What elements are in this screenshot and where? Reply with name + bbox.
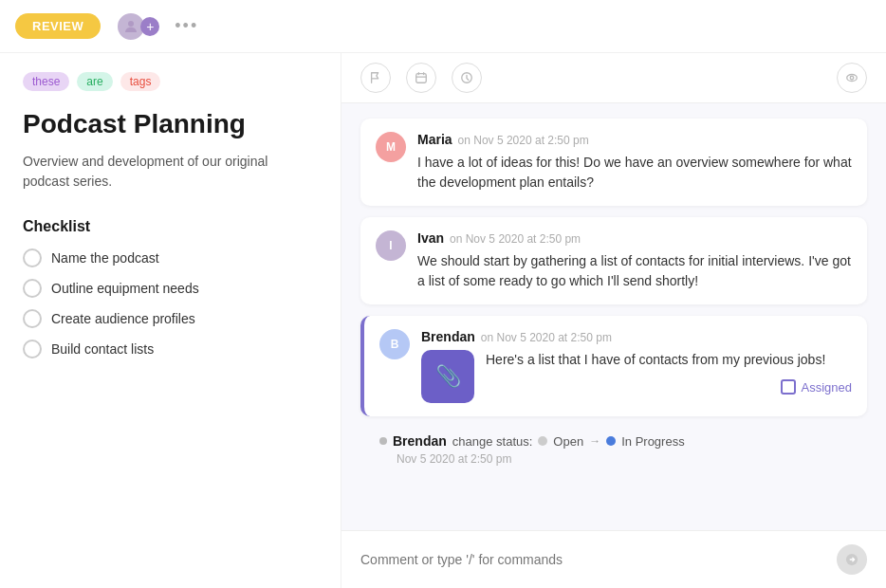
comment-author: Brendan [421, 329, 475, 344]
eye-icon-button[interactable] [837, 63, 867, 93]
main-content: these are tags Podcast Planning Overview… [0, 53, 886, 588]
comment-text: I have a lot of ideas for this! Do we ha… [417, 153, 852, 193]
status-bullet [379, 437, 387, 445]
checklist-label-0: Name the podcast [51, 250, 159, 266]
checklist-checkbox-2[interactable] [23, 309, 42, 328]
svg-point-3 [847, 75, 858, 82]
send-button[interactable] [837, 544, 867, 575]
checklist-item: Build contact lists [23, 340, 318, 358]
svg-point-4 [850, 76, 854, 80]
checklist-title: Checklist [23, 218, 318, 235]
comment-text: Here's a list that I have of contacts fr… [486, 350, 852, 370]
add-user-button[interactable]: + [140, 17, 159, 36]
checklist-item: Create audience profiles [23, 309, 318, 328]
assigned-checkbox[interactable] [781, 379, 796, 395]
checklist-item: Outline equipment needs [23, 279, 318, 298]
topbar: REVIEW + ••• [0, 0, 886, 53]
right-panel: M Maria on Nov 5 2020 at 2:50 pm I have … [341, 53, 886, 588]
arrow-icon: → [589, 434, 600, 448]
comment-body-brendan: Brendan on Nov 5 2020 at 2:50 pm 📎 Here'… [421, 329, 852, 403]
checklist-checkbox-0[interactable] [23, 248, 42, 267]
comment-header: Maria on Nov 5 2020 at 2:50 pm [417, 132, 852, 147]
calendar-icon-button[interactable] [406, 63, 436, 93]
avatar-maria: M [376, 132, 406, 162]
comment-author: Ivan [417, 230, 444, 246]
comment-text: We should start by gathering a list of c… [417, 251, 852, 291]
comment-body-ivan: Ivan on Nov 5 2020 at 2:50 pm We should … [417, 230, 852, 291]
tag-tags[interactable]: tags [120, 72, 161, 91]
avatar-group: + [116, 11, 159, 42]
comment-time: on Nov 5 2020 at 2:50 pm [481, 331, 612, 344]
status-dot-open [538, 436, 547, 446]
checklist-label-1: Outline equipment needs [51, 281, 199, 296]
status-change-row: Brendan change status: Open → In Progres… [379, 433, 867, 449]
status-to: In Progress [621, 434, 684, 449]
left-panel: these are tags Podcast Planning Overview… [0, 53, 341, 588]
flag-icon-button[interactable] [360, 63, 391, 93]
comment-body-maria: Maria on Nov 5 2020 at 2:50 pm I have a … [417, 132, 852, 193]
right-topbar [341, 53, 886, 103]
status-change: Brendan change status: Open → In Progres… [360, 428, 867, 471]
status-dot-inprogress [606, 436, 616, 446]
attachment-box[interactable]: 📎 [421, 350, 474, 403]
page-description: Overview and development of our original… [23, 152, 318, 192]
avatar-ivan: I [376, 230, 406, 261]
clock-icon-button[interactable] [452, 63, 482, 93]
svg-rect-1 [416, 74, 427, 83]
comment-ivan: I Ivan on Nov 5 2020 at 2:50 pm We shoul… [360, 217, 867, 304]
comment-maria: M Maria on Nov 5 2020 at 2:50 pm I have … [360, 119, 867, 206]
comment-author: Maria [417, 132, 452, 147]
assigned-row: Assigned [486, 379, 852, 395]
assigned-label: Assigned [802, 380, 852, 395]
status-from: Open [553, 434, 583, 449]
status-action: change status: [452, 434, 533, 449]
status-author: Brendan [393, 433, 447, 449]
paperclip-icon: 📎 [435, 364, 461, 389]
checklist-label-2: Create audience profiles [51, 311, 195, 326]
comment-input[interactable] [360, 552, 837, 567]
comment-input-bar [341, 530, 886, 588]
comment-time: on Nov 5 2020 at 2:50 pm [458, 134, 589, 147]
more-options-button[interactable]: ••• [175, 16, 198, 36]
tag-these[interactable]: these [23, 72, 69, 91]
tag-are[interactable]: are [77, 72, 112, 91]
checklist-checkbox-3[interactable] [23, 340, 42, 358]
checklist-checkbox-1[interactable] [23, 279, 42, 298]
checklist-label-3: Build contact lists [51, 341, 154, 357]
svg-point-0 [128, 21, 134, 27]
comment-brendan: B Brendan on Nov 5 2020 at 2:50 pm 📎 Her… [360, 316, 867, 416]
checklist-section: Checklist Name the podcast Outline equip… [23, 218, 318, 358]
comment-time: on Nov 5 2020 at 2:50 pm [450, 232, 581, 246]
comments-area: M Maria on Nov 5 2020 at 2:50 pm I have … [341, 103, 886, 530]
checklist-item: Name the podcast [23, 248, 318, 267]
tags-row: these are tags [23, 72, 318, 91]
status-time: Nov 5 2020 at 2:50 pm [379, 452, 867, 466]
avatar-brendan: B [379, 329, 410, 359]
review-button[interactable]: REVIEW [15, 13, 101, 39]
comment-header: Ivan on Nov 5 2020 at 2:50 pm [417, 230, 852, 246]
comment-header: Brendan on Nov 5 2020 at 2:50 pm [421, 329, 852, 344]
page-title: Podcast Planning [23, 108, 318, 140]
